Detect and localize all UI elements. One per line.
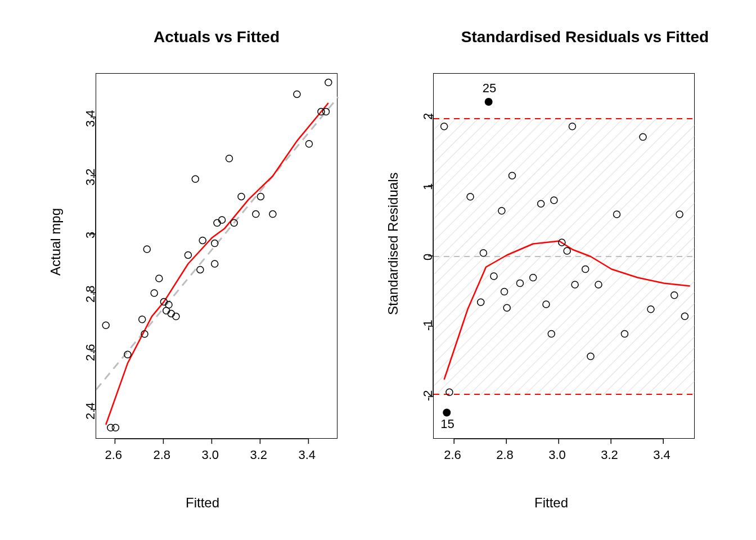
x-tick-label: 3.4 bbox=[653, 448, 670, 462]
right-x-axis-label: Fitted bbox=[534, 495, 568, 511]
y-tick-label: -1 bbox=[421, 320, 435, 331]
outlier-label: 15 bbox=[440, 417, 454, 431]
x-tick-label: 3.0 bbox=[201, 448, 219, 462]
right-y-axis-label: Standardised Residuals bbox=[385, 173, 401, 316]
y-tick-label: 3.4 bbox=[83, 110, 98, 127]
y-tick-label: 3 bbox=[83, 232, 98, 238]
left-x-axis-label: Fitted bbox=[186, 495, 219, 511]
x-tick-label: 2.8 bbox=[153, 448, 170, 462]
left-y-axis-label: Actual mpg bbox=[48, 208, 64, 276]
right-panel-title: Standardised Residuals vs Fitted bbox=[411, 28, 756, 46]
x-tick-label: 3.2 bbox=[601, 448, 618, 462]
outlier-label: 25 bbox=[483, 81, 496, 96]
x-tick-label: 3.2 bbox=[250, 448, 267, 462]
y-tick-label: 2.4 bbox=[83, 402, 98, 420]
y-tick-label: -2 bbox=[421, 390, 435, 401]
y-tick-label: 2.8 bbox=[83, 285, 98, 303]
y-tick-label: 2 bbox=[421, 113, 435, 120]
x-tick-label: 2.6 bbox=[444, 448, 461, 462]
figure-canvas: Actuals vs Fitted Actual mpg Fitted 2.62… bbox=[0, 0, 756, 540]
y-tick-label: 2.6 bbox=[83, 344, 98, 361]
y-tick-label: 3.2 bbox=[83, 168, 98, 186]
right-axes-svg bbox=[433, 73, 695, 478]
left-axes-svg bbox=[96, 73, 338, 478]
y-tick-label: 0 bbox=[421, 254, 435, 260]
x-tick-label: 2.6 bbox=[105, 448, 122, 462]
x-tick-label: 3.4 bbox=[298, 448, 316, 462]
y-tick-label: 1 bbox=[421, 183, 435, 190]
x-tick-label: 2.8 bbox=[496, 448, 514, 462]
left-panel-title: Actuals vs Fitted bbox=[96, 28, 338, 46]
x-tick-label: 3.0 bbox=[548, 448, 566, 462]
